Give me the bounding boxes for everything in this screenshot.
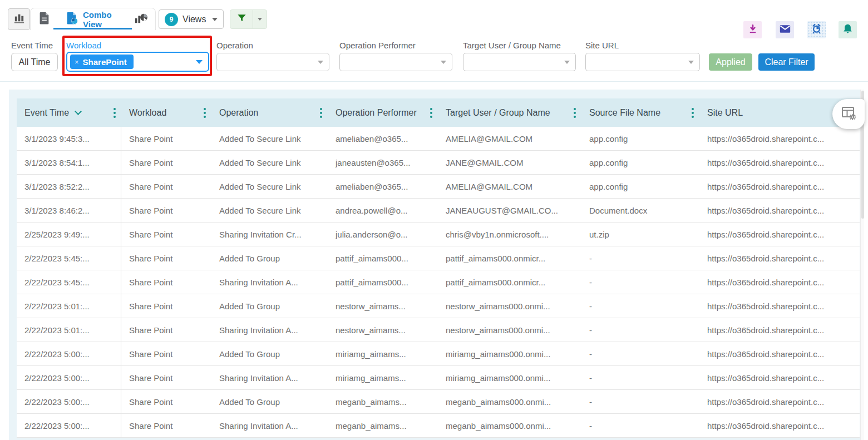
cell-operation: Sharing Invitation A... [211,318,328,342]
operation-performer-filter-select[interactable] [339,53,452,71]
column-chooser-button[interactable] [832,99,865,129]
schedule-button[interactable] [807,21,826,38]
filter-dropdown-toggle[interactable] [253,10,267,28]
cell-operation: Added To Group [211,390,328,413]
column-header-source-file-name[interactable]: Source File Name [581,98,699,127]
cell-site-url: https://o365droid.sharepoint.c... [699,414,860,437]
cell-site-url: https://o365droid.sharepoint.c... [699,270,860,294]
chevron-down-icon [564,61,570,64]
cell-source-file-name: app.config [581,175,699,198]
document-icon [38,12,50,27]
cell-target-user-group-name: meganb_aimams000.onmi... [438,390,581,413]
target-user-filter-select[interactable] [463,53,576,71]
chevron-down-icon [318,61,323,64]
table-row[interactable]: 2/25/2023 9:49:...Share PointSharing Inv… [17,223,860,246]
alert-button[interactable] [839,21,857,38]
cell-operation: Added To Secure Link [211,175,328,198]
table-row[interactable]: 3/1/2023 9:45:3...Share PointAdded To Se… [17,127,860,151]
tab-document-view[interactable] [31,8,58,30]
export-download-button[interactable] [743,21,762,38]
column-header-operation-performer[interactable]: Operation Performer [328,98,438,127]
chevron-down-icon [441,61,446,64]
cell-site-url: https://o365droid.sharepoint.c... [699,342,860,365]
cell-operation: Added To Group [211,294,328,318]
cell-workload: Share Point [121,223,211,246]
cell-workload: Share Point [121,414,211,437]
cell-operation: Sharing Invitation A... [211,366,328,389]
table-row[interactable]: 2/22/2023 5:00:...Share PointSharing Inv… [17,366,860,390]
column-header-event-time[interactable]: Event Time [17,98,121,127]
site-url-filter-select[interactable] [585,53,700,71]
chart-view-button[interactable] [8,8,30,30]
table-row[interactable]: 2/22/2023 5:00:...Share PointSharing Inv… [17,414,860,438]
table-row[interactable]: 3/1/2023 8:52:2...Share PointAdded To Se… [17,175,860,199]
table-row[interactable]: 2/22/2023 5:01:...Share PointAdded To Gr… [17,294,860,318]
cell-site-url: https://o365droid.sharepoint.c... [699,366,860,389]
workload-chip: × SharePoint [70,55,134,69]
cell-operation-performer: ameliaben@o365... [328,175,438,198]
active-tab-indicator [53,28,132,29]
chart-pie-icon [134,12,147,27]
table-row[interactable]: 2/22/2023 5:01:...Share PointSharing Inv… [17,318,860,342]
table-row[interactable]: 3/1/2023 8:46:2...Share PointAdded To Se… [17,199,860,223]
table-row[interactable]: 2/22/2023 5:45:...Share PointAdded To Gr… [17,246,860,270]
column-header-label: Operation Performer [336,108,417,118]
download-icon [748,24,758,36]
event-time-filter-value[interactable]: All Time [11,53,58,71]
filter-button[interactable] [230,10,253,28]
views-dropdown-button[interactable]: 9 Views [159,9,224,29]
cell-operation: Added To Group [211,246,328,270]
cell-operation-performer: miriamg_aimams... [328,342,438,365]
cell-site-url: https://o365droid.sharepoint.c... [699,127,860,150]
cell-workload: Share Point [121,199,211,222]
column-header-workload[interactable]: Workload [121,98,211,127]
cell-event-time: 3/1/2023 8:54:1... [17,151,121,174]
workload-filter-select[interactable]: × SharePoint [66,52,209,72]
cell-source-file-name: - [581,414,699,437]
cell-operation: Sharing Invitation Cr... [211,223,328,246]
column-header-label: Target User / Group Name [446,108,550,118]
column-menu-icon[interactable] [320,108,322,118]
cell-target-user-group-name: nestorw_aimams000.onmi... [438,318,581,342]
email-button[interactable] [776,21,794,38]
cell-operation-performer: meganb_aimams... [328,390,438,413]
cell-operation-performer: ameliaben@o365... [328,127,438,150]
cell-target-user-group-name: nestorw_aimams000.onmi... [438,294,581,318]
column-menu-icon[interactable] [204,108,206,118]
cell-operation-performer: nestorw_aimams... [328,294,438,318]
column-menu-icon[interactable] [692,108,694,118]
clear-filter-button[interactable]: Clear Filter [758,53,815,71]
cell-operation-performer: pattif_aimams000... [328,246,438,270]
chip-remove-icon[interactable]: × [75,58,79,66]
cell-target-user-group-name: pattif_aimams000.onmicr... [438,246,581,270]
event-time-filter-label: Event Time [11,41,53,50]
column-header-label: Event Time [24,108,69,118]
cell-source-file-name: - [581,246,699,270]
column-header-label: Source File Name [589,108,660,118]
cell-operation: Added To Group [211,342,328,365]
column-header-label: Operation [219,108,258,118]
cell-workload: Share Point [121,342,211,365]
sort-desc-icon[interactable] [75,108,82,115]
cell-source-file-name: Document.docx [581,199,699,222]
operation-filter-label: Operation [216,41,253,50]
operation-filter-select[interactable] [216,53,329,71]
cell-target-user-group-name: meganb_aimams000.onmi... [438,414,581,437]
table-header: Event TimeWorkloadOperationOperation Per… [17,98,860,127]
column-menu-icon[interactable] [574,108,576,118]
tab-combo-view[interactable]: Combo View [58,8,126,30]
tab-chart-pie-view[interactable] [126,8,155,30]
cell-source-file-name: - [581,366,699,389]
table-row[interactable]: 2/22/2023 5:45:...Share PointSharing Inv… [17,270,860,294]
column-menu-icon[interactable] [114,108,116,118]
column-header-operation[interactable]: Operation [211,98,328,127]
table-row[interactable]: 3/1/2023 8:54:1...Share PointAdded To Se… [17,151,860,175]
chevron-down-icon [258,18,262,21]
vertical-scrollbar[interactable] [860,90,864,440]
column-header-target-user-group-name[interactable]: Target User / Group Name [438,98,581,127]
table-row[interactable]: 2/22/2023 5:00:...Share PointAdded To Gr… [17,390,860,414]
cell-event-time: 2/22/2023 5:00:... [17,366,121,389]
column-menu-icon[interactable] [430,108,432,118]
audit-log-table: Event TimeWorkloadOperationOperation Per… [9,90,864,440]
table-row[interactable]: 2/22/2023 5:00:...Share PointAdded To Gr… [17,342,860,366]
